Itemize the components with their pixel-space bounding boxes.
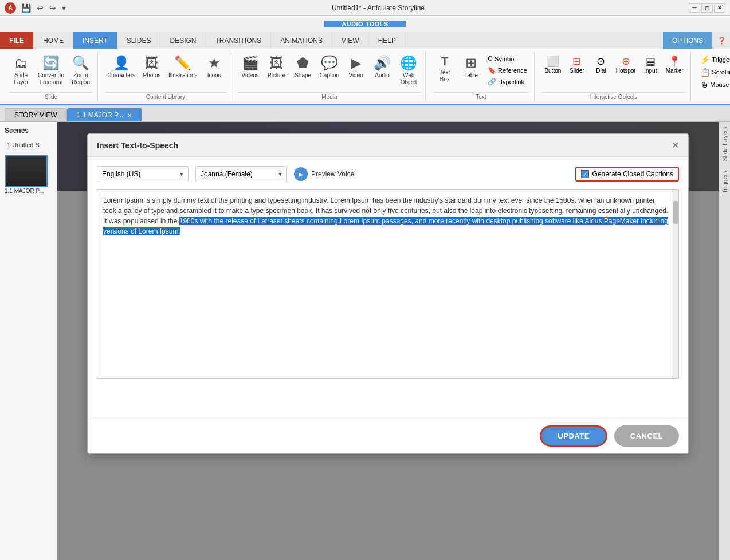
scenes-panel: Scenes 1 Untitled S 1.1 MAJOR P...: [0, 122, 57, 560]
ribbon-group-right-tools: ⚡ Trigger 📋 Scrolling Panel 🖱 Mouse ▾: [693, 52, 730, 101]
minimize-button[interactable]: ─: [689, 3, 700, 13]
hotspot-button[interactable]: ⊕ Hotspot: [614, 54, 638, 75]
textbox-button[interactable]: T TextBox: [433, 54, 457, 84]
button-label: Button: [544, 68, 561, 74]
speech-textarea[interactable]: Lorem Ipsum is simply dummy text of the …: [97, 190, 678, 378]
tab-slides[interactable]: SLIDES: [117, 32, 161, 49]
modal-header: Insert Text-to-Speech ✕: [88, 134, 688, 157]
slide-tab[interactable]: 1.1 MAJOR P... ✕: [67, 108, 142, 121]
marker-button[interactable]: 📍 Marker: [663, 54, 686, 75]
modal-title: Insert Text-to-Speech: [97, 141, 178, 150]
reference-button[interactable]: 🔖 Reference: [485, 65, 529, 76]
tab-insert[interactable]: INSERT: [73, 32, 117, 49]
audio-button[interactable]: 🔊 Audio: [370, 54, 394, 80]
triggers-label[interactable]: Triggers: [721, 166, 728, 198]
input-icon: ▤: [646, 55, 656, 68]
modal-dialog: Insert Text-to-Speech ✕ English (US) ▾: [87, 133, 689, 454]
symbol-label: Symbol: [494, 56, 516, 62]
button-button[interactable]: ⬜ Button: [541, 54, 564, 75]
caption-button[interactable]: 💬 Caption: [317, 54, 342, 80]
story-view-tab[interactable]: STORY VIEW: [5, 108, 67, 121]
mouse-icon: 🖱: [700, 80, 708, 89]
help-icon[interactable]: ❓: [713, 32, 730, 49]
symbol-button[interactable]: Ω Symbol: [485, 54, 529, 64]
videos-icon: 🎬: [242, 55, 259, 71]
update-button[interactable]: UPDATE: [540, 425, 607, 447]
dial-label: Dial: [596, 68, 606, 74]
picture-button[interactable]: 🖼 Picture: [265, 54, 289, 80]
characters-button[interactable]: 👤 Characters: [105, 54, 138, 80]
modal-body: English (US) ▾ Joanna (Female) ▾ ▶: [88, 157, 688, 418]
tab-view[interactable]: VIEW: [332, 32, 369, 49]
hotspot-label: Hotspot: [616, 68, 635, 74]
convert-freeform-button[interactable]: 🔄 Convert toFreeform: [36, 54, 66, 87]
slider-icon: ⊟: [572, 55, 581, 68]
slide-tab-close[interactable]: ✕: [127, 112, 132, 119]
slide-label: 1.1 MAJOR P...: [5, 188, 52, 194]
audio-tools-band: AUDIO TOOLS: [0, 16, 730, 32]
text-area-wrapper: Lorem Ipsum is simply dummy text of the …: [97, 189, 679, 379]
tab-transitions[interactable]: TRANSITIONS: [206, 32, 272, 49]
tab-options[interactable]: OPTIONS: [663, 32, 713, 49]
tab-design[interactable]: DESIGN: [160, 32, 206, 49]
icons-button[interactable]: ★ Icons: [202, 54, 226, 80]
voice-dropdown-arrow: ▾: [278, 170, 282, 178]
modal-close-button[interactable]: ✕: [672, 140, 679, 151]
slide-layer-button[interactable]: 🗂 SlideLayer: [9, 54, 33, 87]
tab-animations[interactable]: ANIMATIONS: [271, 32, 332, 49]
redo-icon[interactable]: ↪: [48, 3, 58, 13]
zoom-icon: 🔍: [72, 55, 89, 71]
hyperlink-button[interactable]: 🔗 Hyperlink: [485, 77, 529, 87]
characters-label: Characters: [107, 72, 135, 79]
close-button[interactable]: ✕: [714, 3, 725, 13]
textarea-scrollbar[interactable]: [672, 190, 678, 378]
caption-label: Caption: [320, 72, 339, 79]
photos-icon: 🖼: [145, 55, 159, 71]
undo-icon[interactable]: ↩: [35, 3, 45, 13]
preview-voice-button[interactable]: ▶ Preview Voice: [294, 167, 354, 181]
shape-button[interactable]: ⬟ Shape: [291, 54, 315, 80]
interactive-group-label: Interactive Objects: [541, 92, 686, 101]
mouse-button[interactable]: 🖱 Mouse ▾: [698, 79, 730, 90]
title-bar: A 💾 ↩ ↪ ▾ Untitled1* - Articulate Storyl…: [0, 0, 730, 16]
textbox-icon: T: [441, 55, 448, 68]
hyperlink-icon: 🔗: [488, 78, 496, 86]
video-button[interactable]: ▶ Video: [344, 54, 368, 80]
web-object-button[interactable]: 🌐 WebObject: [397, 54, 421, 87]
input-button[interactable]: ▤ Input: [639, 54, 662, 75]
videos-button[interactable]: 🎬 Videos: [238, 54, 262, 80]
scene-item[interactable]: 1 Untitled S: [5, 139, 52, 151]
tab-help[interactable]: HELP: [369, 32, 406, 49]
cancel-button[interactable]: CANCEL: [614, 425, 679, 447]
video-label: Video: [348, 72, 363, 79]
photos-button[interactable]: 🖼 Photos: [140, 54, 164, 80]
illustrations-button[interactable]: ✏️ Illustrations: [166, 54, 200, 80]
audio-icon: 🔊: [374, 55, 391, 71]
slide-canvas: Insert Text-to-Speech ✕ English (US) ▾: [57, 122, 719, 560]
dial-button[interactable]: ⊙ Dial: [590, 54, 613, 75]
dropdown-icon[interactable]: ▾: [60, 3, 68, 13]
ribbon-content: 🗂 SlideLayer 🔄 Convert toFreeform 🔍 Zoom…: [0, 49, 730, 104]
marker-label: Marker: [666, 68, 684, 74]
scrollbar-thumb[interactable]: [673, 201, 678, 224]
table-button[interactable]: ⊞ Table: [459, 54, 483, 80]
modal-footer: UPDATE CANCEL: [88, 418, 688, 453]
app-title: Untitled1* - Articulate Storyline: [68, 4, 689, 12]
generate-captions-checkbox[interactable]: ✓: [581, 170, 589, 178]
tab-home[interactable]: HOME: [34, 32, 73, 49]
restore-button[interactable]: ◻: [701, 3, 713, 13]
audio-tools-tab[interactable]: AUDIO TOOLS: [324, 21, 406, 27]
slider-button[interactable]: ⊟ Slider: [566, 54, 588, 75]
voice-dropdown[interactable]: Joanna (Female) ▾: [195, 166, 287, 182]
scrolling-panel-button[interactable]: 📋 Scrolling Panel: [698, 66, 730, 78]
save-icon[interactable]: 💾: [19, 3, 33, 13]
tab-file[interactable]: FILE: [0, 32, 34, 49]
language-dropdown[interactable]: English (US) ▾: [97, 166, 189, 182]
slide-thumbnail[interactable]: [5, 155, 48, 187]
slide-layer-icon: 🗂: [14, 55, 28, 71]
illustrations-label: Illustrations: [168, 72, 198, 79]
zoom-region-button[interactable]: 🔍 ZoomRegion: [69, 54, 93, 87]
mouse-label: Mouse ▾: [710, 81, 730, 89]
trigger-button[interactable]: ⚡ Trigger: [698, 54, 730, 65]
slide-layers-label[interactable]: Slide Layers: [721, 122, 728, 166]
